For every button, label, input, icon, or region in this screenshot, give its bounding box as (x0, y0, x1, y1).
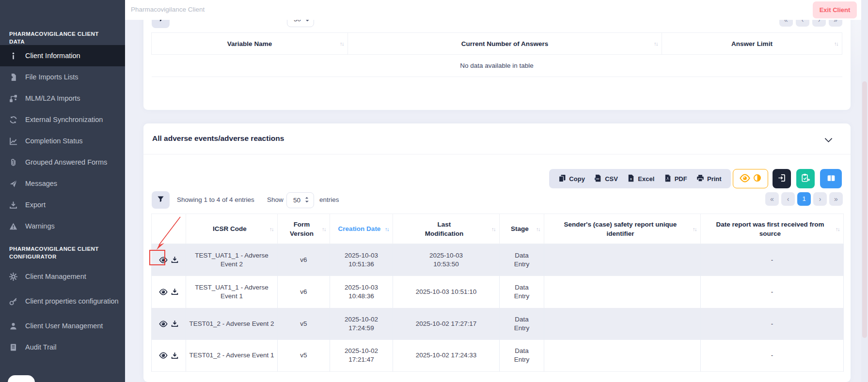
send-icon (9, 180, 17, 188)
download-row-button[interactable] (171, 288, 178, 295)
sort-icon: ↑↓ (536, 224, 540, 233)
user-icon (9, 322, 17, 330)
prev-page-button[interactable]: ‹ (781, 192, 795, 206)
view-row-button[interactable] (159, 320, 168, 328)
sidebar-item-label: File Imports Lists (25, 72, 121, 82)
column-header-last-modification[interactable]: Last Modification ↑↓ (393, 214, 500, 244)
sidebar-item-grouped-answered-forms[interactable]: Grouped Answered Forms (0, 152, 125, 173)
print-button[interactable]: Print (696, 174, 722, 183)
sidebar-item-label: MLM/L2A Imports (25, 93, 121, 103)
sidebar-item-client-user-management[interactable]: Client User Management (0, 315, 125, 336)
pdf-button[interactable]: PDF (664, 174, 687, 183)
first-page-button[interactable]: « (765, 192, 779, 206)
stage-cell: Data Entry (500, 308, 544, 340)
sort-icon: ↑↓ (654, 41, 658, 46)
export-icon (778, 174, 786, 183)
view-row-button[interactable] (159, 351, 168, 360)
table-row: TEST01_2 - Adverse Event 1 v5 2025-10-02… (152, 340, 844, 372)
sidebar-item-client-management[interactable]: Client Management (0, 266, 125, 287)
creation-date-cell: 2025-10-02 17:24:59 (330, 308, 393, 340)
sidebar-item-client-properties-configuration[interactable]: Client properties configuration (0, 287, 125, 315)
funnel-icon (157, 196, 164, 204)
download-row-button[interactable] (171, 352, 178, 359)
sidebar-section-client-data: PHARMACOVIGILANCE CLIENT DATA (9, 30, 113, 46)
scrollbar-thumb[interactable] (862, 81, 867, 338)
sidebar-item-warnings[interactable]: Warnings (0, 215, 125, 237)
chevron-down-icon[interactable] (824, 136, 833, 145)
column-header-date-first-received[interactable]: Date report was first received from sour… (701, 214, 844, 244)
exit-client-button[interactable]: Exit Client (813, 1, 857, 18)
sort-icon: ↑↓ (836, 224, 839, 233)
date-received-cell: - (701, 340, 844, 372)
form-version-cell: v5 (278, 308, 330, 340)
pdf-file-icon (664, 174, 672, 183)
sidebar-item-label: Messages (25, 179, 121, 188)
page-1-button[interactable]: 1 (797, 192, 811, 206)
icsr-code-cell: TEST01_2 - Adverse Event 1 (186, 340, 278, 372)
visibility-contrast-button[interactable] (733, 169, 768, 188)
excel-button[interactable]: x Excel (627, 174, 654, 183)
column-header-variable-name[interactable]: Variable Name ↑↓ (152, 33, 348, 55)
sidebar-item-completion-status[interactable]: Completion Status (0, 130, 125, 152)
sidebar-item-label: Client properties configuration (25, 296, 121, 306)
sidebar-item-audit-trail[interactable]: Audit Trail (0, 336, 125, 358)
column-visibility-button[interactable] (820, 169, 842, 188)
csv-button[interactable]: CSV CSV (594, 174, 618, 183)
gear-icon (9, 273, 17, 281)
column-header-creation-date[interactable]: Creation Date ↑↓ (330, 214, 393, 244)
icsr-code-cell: TEST_UAT1_1 - Adverse Event 1 (186, 276, 278, 308)
empty-message: No data available in table (152, 55, 842, 77)
page-size-value: 50 (293, 197, 300, 204)
icsr-code-cell: TEST01_2 - Adverse Event 2 (186, 308, 278, 340)
floating-action-pill[interactable] (8, 375, 35, 382)
export-table-button[interactable] (773, 169, 791, 188)
filter-button[interactable] (152, 191, 170, 209)
sidebar-item-external-synchronization[interactable]: External Synchronization (0, 109, 125, 130)
sidebar-section-client-configurator: PHARMACOVIGILANCE CLIENT CONFIGURATOR (9, 245, 113, 260)
sender-id-cell (544, 308, 701, 340)
copy-button[interactable]: Copy (558, 174, 585, 183)
sidebar-item-label: Completion Status (25, 136, 121, 146)
sidebar-item-messages[interactable]: Messages (0, 173, 125, 194)
app-root: PHARMACOVIGILANCE CLIENT DATA Client Inf… (0, 0, 868, 382)
download-row-button[interactable] (171, 256, 178, 263)
sidebar-item-file-imports-lists[interactable]: File Imports Lists (0, 66, 125, 88)
sidebar-item-client-information[interactable]: Client Information (0, 45, 125, 66)
form-version-cell: v5 (278, 340, 330, 372)
stage-cell: Data Entry (500, 276, 544, 308)
empty-row: No data available in table (152, 55, 842, 77)
adverse-events-table: ICSR Code ↑↓ Form Version ↑↓ Creation Da… (151, 214, 844, 372)
last-modification-cell: 2025-10-03 10:53:50 (393, 244, 500, 276)
table-row: TEST01_2 - Adverse Event 2 v5 2025-10-02… (152, 308, 844, 340)
add-entry-button[interactable] (796, 169, 815, 188)
sidebar-item-export[interactable]: Export (0, 194, 125, 215)
export-button-group: Copy CSV CSV x Excel PDF (549, 169, 731, 188)
column-header-current-number-of-answers[interactable]: Current Number of Answers ↑↓ (348, 33, 662, 55)
show-label: Show (267, 196, 284, 203)
date-received-cell: - (701, 308, 844, 340)
excel-file-icon: x (627, 174, 635, 183)
column-header-stage[interactable]: Stage ↑↓ (500, 214, 544, 244)
sync-icon (9, 116, 17, 124)
adverse-events-card: All adverse events/adverse reactions Cop… (143, 123, 851, 382)
svg-text:x: x (630, 177, 632, 181)
stage-cell: Data Entry (500, 244, 544, 276)
sidebar-item-mlm-l2a-imports[interactable]: MLM/L2A Imports (0, 88, 125, 109)
copy-icon (558, 174, 566, 183)
download-row-button[interactable] (171, 320, 178, 327)
column-header-sender-safety-report-id[interactable]: Sender's (case) safety report unique ide… (544, 214, 701, 244)
view-row-button[interactable] (159, 288, 168, 296)
form-version-cell: v6 (278, 244, 330, 276)
last-page-button[interactable]: » (829, 192, 843, 206)
column-header-answer-limit[interactable]: Answer Limit ↑↓ (662, 33, 842, 55)
warning-icon (9, 222, 17, 230)
page-size-select[interactable]: 50 (286, 192, 314, 208)
column-header-icsr-code[interactable]: ICSR Code ↑↓ (186, 214, 278, 244)
next-page-button[interactable]: › (813, 192, 827, 206)
sidebar-item-label: Audit Trail (25, 342, 121, 352)
columns-icon (827, 174, 836, 184)
sender-id-cell (544, 340, 701, 372)
column-header-form-version[interactable]: Form Version ↑↓ (278, 214, 330, 244)
sort-icon: ↑↓ (269, 224, 273, 233)
svg-text:CSV: CSV (596, 178, 600, 180)
